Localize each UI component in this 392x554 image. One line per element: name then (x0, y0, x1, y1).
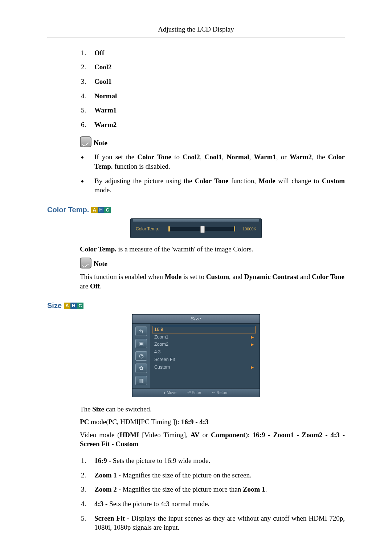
text: 4:3 - (94, 500, 107, 508)
list-item: Zoom 2 - Magnifies the size of the pictu… (88, 485, 345, 494)
osd-item-zoom1[interactable]: Zoom1▶ (152, 333, 256, 341)
text: Magnifies the size of the picture more t… (121, 485, 243, 493)
list-item: Zoom 1 - Magnifies the size of the pictu… (88, 471, 345, 480)
text: Displays the input scenes as they are wi… (94, 514, 345, 532)
text: . (100, 282, 102, 290)
badge-a-icon: A (91, 207, 98, 213)
text: AV (191, 431, 200, 439)
text: can be switched. (104, 405, 152, 413)
option-warm2: Warm2 (94, 121, 117, 128)
osd-item-zoom2[interactable]: Zoom2▶ (152, 341, 256, 348)
color-temp-slider[interactable] (168, 227, 235, 231)
osd-item-label: 4:3 (154, 349, 160, 355)
text: function is disabled. (113, 163, 170, 170)
text: Color Tone (312, 273, 344, 280)
text: Zoom 1 (243, 485, 265, 493)
text: , the (312, 153, 328, 161)
text: Color Tone (195, 177, 229, 185)
text: . (265, 485, 267, 493)
size-body-block: The Size can be switched. PC mode(PC, HD… (80, 405, 345, 532)
osd-item-label: 16:9 (154, 327, 163, 333)
text: are (80, 282, 90, 290)
text: Cool1 (205, 153, 222, 161)
note-label: Note (94, 138, 107, 148)
color-temp-desc-block: Color Temp. is a measure of the 'warmth'… (80, 245, 345, 291)
osd-title: Size (132, 315, 260, 324)
option-normal: Normal (94, 92, 117, 100)
running-head: Adjusting the LCD Display (47, 25, 345, 37)
footer-return: ↩ Return (212, 390, 228, 395)
text: Cool2 (183, 153, 200, 161)
note-icon (80, 136, 91, 147)
note-bullet-2: By adjusting the picture using the Color… (88, 176, 345, 195)
text: , (249, 153, 254, 161)
osd-item-16-9[interactable]: 16:9 (152, 326, 256, 333)
text: 16:9 - (94, 457, 111, 464)
text: PC (80, 418, 89, 426)
text: The (80, 405, 92, 413)
text: By adjusting the picture using the (94, 177, 195, 185)
text: mode(PC, HDMI[PC Timing ]): (89, 418, 181, 426)
sound-icon[interactable]: ◔ (135, 351, 147, 361)
note-bullet-1: If you set the Color Tone to Cool2, Cool… (88, 152, 345, 171)
picture-icon[interactable]: ▣ (135, 339, 147, 348)
text: Video mode ( (80, 431, 120, 439)
text: Size (92, 405, 104, 413)
text: and (298, 273, 312, 280)
slider-thumb[interactable] (200, 226, 205, 233)
badge-c-icon: C (77, 303, 83, 309)
multi-icon[interactable]: ▥ (135, 376, 147, 385)
osd-item-label: Zoom2 (154, 341, 168, 348)
top-rule (47, 37, 345, 37)
text: Color Tone (138, 153, 171, 161)
text: Dynamic Contrast (244, 273, 298, 280)
text: ): (245, 431, 252, 439)
badge-c-icon: C (104, 207, 111, 213)
osd-item-screen-fit[interactable]: Screen Fit (152, 356, 256, 364)
osd-item-label: Zoom1 (154, 334, 168, 340)
option-cool2: Cool2 (94, 63, 112, 71)
document-page: Adjusting the LCD Display Off Cool2 Cool… (0, 0, 392, 554)
text: , (222, 153, 226, 161)
color-tone-notes: If you set the Color Tone to Cool2, Cool… (80, 152, 345, 195)
text: , (200, 153, 205, 161)
text: Zoom 1 - (94, 471, 121, 479)
text: Enter (192, 390, 201, 395)
size-video-line: Video mode (HDMI [Video Timing], AV or C… (80, 430, 345, 449)
footer-move: ♦ Move (163, 390, 176, 395)
text: HDMI (120, 431, 142, 439)
setup-icon[interactable]: ✿ (135, 364, 147, 373)
input-icon[interactable]: ⇆ (135, 327, 147, 336)
text: Warm2 (290, 153, 312, 161)
color-tone-options-block: Off Cool2 Cool1 Normal Warm1 Warm2 Note … (80, 48, 345, 195)
section-title-text: Size (47, 301, 62, 311)
option-cool1: Cool1 (94, 78, 112, 85)
text: is a measure of the 'warmth' of the imag… (117, 245, 253, 253)
osd-item-4-3[interactable]: 4:3 (152, 348, 256, 356)
list-item: Cool2 (88, 62, 345, 72)
badge-strip: A H C (91, 207, 111, 213)
text: Move (167, 390, 176, 395)
osd-item-label: Screen Fit (154, 357, 175, 363)
color-temp-note-body: This function is enabled when Mode is se… (80, 272, 345, 291)
list-item: Normal (88, 91, 345, 101)
text: Component (211, 431, 245, 439)
chevron-right-icon: ▶ (251, 335, 254, 340)
text: Normal (226, 153, 249, 161)
text: Warm1 (254, 153, 276, 161)
osd-footer: ♦ Move ⏎ Enter ↩ Return (132, 388, 260, 397)
text: Mode (258, 177, 275, 185)
text: will change to (275, 177, 322, 185)
note-heading: Note (80, 258, 345, 268)
list-item: 4:3 - Sets the picture to 4:3 normal mod… (88, 499, 345, 509)
color-temp-row: Color Temp. 10000K (131, 224, 261, 235)
section-title-text: Color Temp. (47, 205, 89, 215)
osd-item-custom[interactable]: Custom▶ (152, 364, 256, 371)
list-item: Screen Fit - Displays the input scenes a… (88, 514, 345, 532)
note-icon (80, 258, 91, 268)
color-temp-label: Color Temp. (136, 226, 165, 232)
badge-a-icon: A (64, 303, 70, 309)
text: Custom (322, 177, 345, 185)
size-osd-panel: Size ⇆ ▣ ◔ ✿ ▥ 16:9 Zoom1▶ Zoom2▶ 4:3 Sc… (132, 314, 260, 397)
text: [Video Timing], (142, 431, 190, 439)
